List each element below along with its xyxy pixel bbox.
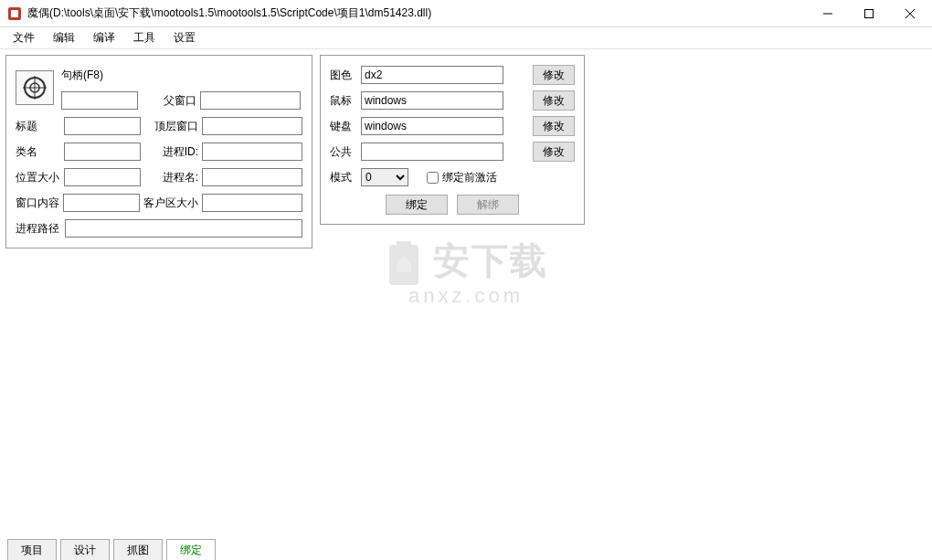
process-name-label: 进程名:	[144, 170, 198, 185]
window-content-input[interactable]	[63, 194, 140, 212]
title-label: 标题	[16, 119, 64, 134]
keyboard-input[interactable]	[361, 117, 503, 135]
client-size-input[interactable]	[202, 194, 302, 212]
mode-label: 模式	[330, 170, 357, 185]
activate-checkbox-wrap[interactable]: 绑定前激活	[427, 170, 497, 185]
process-path-input[interactable]	[65, 219, 302, 238]
tab-project[interactable]: 项目	[7, 539, 57, 560]
menu-settings[interactable]: 设置	[164, 28, 205, 48]
maximize-button[interactable]	[848, 0, 889, 26]
window-content-label: 窗口内容	[16, 195, 63, 211]
parent-window-label: 父窗口	[142, 93, 196, 109]
window-picker-icon[interactable]	[16, 70, 54, 105]
mouse-input[interactable]	[361, 91, 503, 110]
position-label: 位置大小	[16, 170, 64, 185]
content-area: 句柄(F8) 父窗口 标题 顶层窗口 类名 进程ID: 位置大小 进程名:	[0, 49, 932, 254]
svg-rect-1	[11, 10, 18, 17]
bind-button[interactable]: 绑定	[386, 195, 448, 215]
tab-design[interactable]: 设计	[60, 539, 110, 560]
tab-bind[interactable]: 绑定	[166, 539, 216, 560]
top-window-input[interactable]	[202, 117, 302, 135]
titlebar: 魔偶(D:\tools\桌面\安下载\mootools1.5\mootools1…	[0, 0, 932, 27]
minimize-button[interactable]	[807, 0, 848, 26]
class-input[interactable]	[64, 143, 141, 161]
mouse-modify-button[interactable]: 修改	[533, 90, 575, 111]
class-label: 类名	[16, 144, 64, 160]
keyboard-modify-button[interactable]: 修改	[533, 116, 575, 136]
public-input[interactable]	[361, 143, 503, 161]
handle-input[interactable]	[61, 91, 138, 110]
color-input[interactable]	[361, 66, 503, 84]
window-title: 魔偶(D:\tools\桌面\安下载\mootools1.5\mootools1…	[27, 5, 807, 21]
svg-rect-3	[864, 9, 873, 17]
menu-edit[interactable]: 编辑	[44, 28, 84, 48]
activate-checkbox[interactable]	[427, 172, 439, 184]
watermark-sub: anxz.com	[384, 284, 548, 308]
color-label: 图色	[330, 68, 357, 83]
menubar: 文件 编辑 编译 工具 设置	[0, 27, 932, 49]
mouse-label: 鼠标	[330, 93, 357, 109]
handle-label: 句柄(F8)	[61, 68, 103, 83]
menu-file[interactable]: 文件	[4, 28, 44, 48]
tab-capture[interactable]: 抓图	[113, 539, 163, 560]
parent-window-input[interactable]	[200, 91, 301, 110]
binding-panel: 图色 修改 鼠标 修改 键盘 修改 公共 修改 模式 0 绑定前激活	[320, 55, 585, 225]
app-icon	[7, 6, 22, 21]
public-modify-button[interactable]: 修改	[533, 142, 575, 162]
menu-compile[interactable]: 编译	[84, 28, 124, 48]
menu-tools[interactable]: 工具	[124, 28, 164, 48]
window-controls	[807, 0, 930, 26]
activate-label: 绑定前激活	[442, 170, 497, 185]
title-input[interactable]	[64, 117, 141, 135]
unbind-button[interactable]: 解绑	[457, 195, 519, 215]
process-name-input[interactable]	[202, 168, 302, 186]
color-modify-button[interactable]: 修改	[533, 65, 575, 85]
close-button[interactable]	[889, 0, 930, 26]
pid-label: 进程ID:	[144, 144, 198, 160]
mode-select[interactable]: 0	[361, 168, 408, 186]
window-info-panel: 句柄(F8) 父窗口 标题 顶层窗口 类名 进程ID: 位置大小 进程名:	[5, 55, 312, 248]
process-path-label: 进程路径	[16, 221, 65, 237]
top-window-label: 顶层窗口	[144, 119, 198, 134]
tabbar: 项目 设计 抓图 绑定	[0, 538, 932, 560]
client-size-label: 客户区大小	[143, 195, 198, 211]
position-input[interactable]	[64, 168, 141, 186]
public-label: 公共	[330, 144, 357, 160]
pid-input[interactable]	[202, 143, 302, 161]
keyboard-label: 键盘	[330, 119, 357, 134]
